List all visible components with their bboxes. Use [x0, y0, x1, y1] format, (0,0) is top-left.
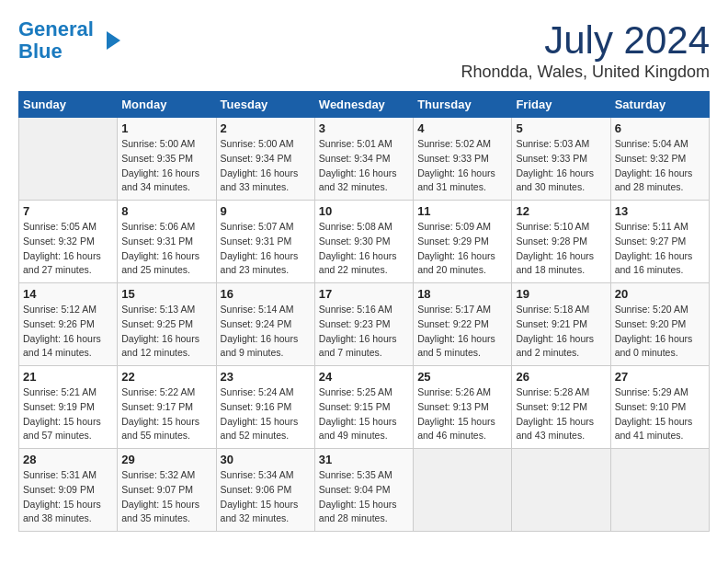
day-number: 21 — [23, 370, 113, 384]
calendar-cell: 17Sunrise: 5:16 AMSunset: 9:23 PMDayligh… — [314, 283, 413, 366]
calendar-cell: 26Sunrise: 5:28 AMSunset: 9:12 PMDayligh… — [512, 366, 610, 449]
calendar-cell: 21Sunrise: 5:21 AMSunset: 9:19 PMDayligh… — [19, 366, 118, 449]
day-number: 19 — [516, 287, 606, 301]
calendar-cell: 22Sunrise: 5:22 AMSunset: 9:17 PMDayligh… — [118, 366, 216, 449]
day-number: 17 — [319, 287, 409, 301]
calendar-cell: 11Sunrise: 5:09 AMSunset: 9:29 PMDayligh… — [414, 201, 512, 283]
day-info: Sunrise: 5:20 AMSunset: 9:20 PMDaylight:… — [615, 303, 705, 361]
day-number: 29 — [121, 453, 211, 466]
calendar-table: SundayMondayTuesdayWednesdayThursdayFrid… — [18, 91, 710, 532]
header-wednesday: Wednesday — [314, 92, 413, 118]
day-info: Sunrise: 5:21 AMSunset: 9:19 PMDaylight:… — [23, 385, 113, 443]
day-number: 5 — [516, 121, 606, 135]
header-tuesday: Tuesday — [216, 92, 314, 118]
week-row-3: 14Sunrise: 5:12 AMSunset: 9:26 PMDayligh… — [19, 283, 710, 366]
day-info: Sunrise: 5:25 AMSunset: 9:15 PMDaylight:… — [319, 385, 409, 443]
page-header: GeneralBlue July 2024 Rhondda, Wales, Un… — [18, 18, 710, 82]
day-info: Sunrise: 5:26 AMSunset: 9:13 PMDaylight:… — [417, 385, 507, 443]
month-title: July 2024 — [461, 18, 710, 63]
calendar-cell: 30Sunrise: 5:34 AMSunset: 9:06 PMDayligh… — [216, 449, 314, 532]
day-number: 23 — [221, 370, 311, 384]
week-row-4: 21Sunrise: 5:21 AMSunset: 9:19 PMDayligh… — [19, 366, 710, 449]
calendar-header-row: SundayMondayTuesdayWednesdayThursdayFrid… — [19, 92, 710, 118]
day-info: Sunrise: 5:04 AMSunset: 9:32 PMDaylight:… — [615, 137, 705, 195]
calendar-cell: 31Sunrise: 5:35 AMSunset: 9:04 PMDayligh… — [314, 449, 413, 532]
svg-marker-0 — [107, 31, 120, 50]
calendar-cell: 3Sunrise: 5:01 AMSunset: 9:34 PMDaylight… — [314, 118, 413, 201]
day-info: Sunrise: 5:31 AMSunset: 9:09 PMDaylight:… — [23, 468, 113, 526]
day-info: Sunrise: 5:00 AMSunset: 9:34 PMDaylight:… — [221, 137, 311, 195]
day-number: 1 — [121, 121, 211, 135]
calendar-cell: 9Sunrise: 5:07 AMSunset: 9:31 PMDaylight… — [216, 201, 314, 283]
day-number: 30 — [221, 453, 311, 466]
day-number: 15 — [121, 287, 211, 301]
calendar-cell: 23Sunrise: 5:24 AMSunset: 9:16 PMDayligh… — [216, 366, 314, 449]
calendar-cell: 2Sunrise: 5:00 AMSunset: 9:34 PMDaylight… — [216, 118, 314, 201]
day-number: 26 — [516, 370, 606, 384]
day-number: 22 — [121, 370, 211, 384]
calendar-cell — [512, 449, 610, 532]
week-row-2: 7Sunrise: 5:05 AMSunset: 9:32 PMDaylight… — [19, 201, 710, 283]
day-number: 6 — [615, 121, 705, 135]
day-info: Sunrise: 5:05 AMSunset: 9:32 PMDaylight:… — [23, 220, 113, 278]
day-number: 4 — [417, 121, 507, 135]
calendar-cell: 20Sunrise: 5:20 AMSunset: 9:20 PMDayligh… — [610, 283, 709, 366]
day-info: Sunrise: 5:03 AMSunset: 9:33 PMDaylight:… — [516, 137, 606, 195]
day-number: 25 — [417, 370, 507, 384]
day-info: Sunrise: 5:13 AMSunset: 9:25 PMDaylight:… — [121, 303, 211, 361]
day-number: 7 — [23, 204, 113, 218]
day-number: 27 — [615, 370, 705, 384]
day-number: 31 — [319, 453, 409, 466]
logo-text: GeneralBlue — [18, 18, 94, 63]
week-row-5: 28Sunrise: 5:31 AMSunset: 9:09 PMDayligh… — [19, 449, 710, 532]
day-info: Sunrise: 5:10 AMSunset: 9:28 PMDaylight:… — [516, 220, 606, 278]
day-info: Sunrise: 5:32 AMSunset: 9:07 PMDaylight:… — [121, 468, 211, 526]
calendar-cell: 27Sunrise: 5:29 AMSunset: 9:10 PMDayligh… — [610, 366, 709, 449]
header-thursday: Thursday — [414, 92, 512, 118]
day-number: 3 — [319, 121, 409, 135]
day-number: 10 — [319, 204, 409, 218]
header-sunday: Sunday — [19, 92, 118, 118]
day-info: Sunrise: 5:22 AMSunset: 9:17 PMDaylight:… — [121, 385, 211, 443]
calendar-cell: 6Sunrise: 5:04 AMSunset: 9:32 PMDaylight… — [610, 118, 709, 201]
location-title: Rhondda, Wales, United Kingdom — [461, 63, 710, 82]
day-info: Sunrise: 5:09 AMSunset: 9:29 PMDaylight:… — [417, 220, 507, 278]
calendar-cell: 29Sunrise: 5:32 AMSunset: 9:07 PMDayligh… — [118, 449, 216, 532]
day-info: Sunrise: 5:18 AMSunset: 9:21 PMDaylight:… — [516, 303, 606, 361]
calendar-cell: 12Sunrise: 5:10 AMSunset: 9:28 PMDayligh… — [512, 201, 610, 283]
calendar-cell — [19, 118, 118, 201]
logo: GeneralBlue — [18, 18, 125, 63]
calendar-cell: 25Sunrise: 5:26 AMSunset: 9:13 PMDayligh… — [414, 366, 512, 449]
day-number: 11 — [417, 204, 507, 218]
calendar-cell: 4Sunrise: 5:02 AMSunset: 9:33 PMDaylight… — [414, 118, 512, 201]
day-info: Sunrise: 5:24 AMSunset: 9:16 PMDaylight:… — [221, 385, 311, 443]
day-info: Sunrise: 5:12 AMSunset: 9:26 PMDaylight:… — [23, 303, 113, 361]
day-number: 2 — [221, 121, 311, 135]
day-number: 14 — [23, 287, 113, 301]
logo-icon — [97, 27, 125, 54]
header-saturday: Saturday — [610, 92, 709, 118]
day-info: Sunrise: 5:34 AMSunset: 9:06 PMDaylight:… — [221, 468, 311, 526]
calendar-cell: 19Sunrise: 5:18 AMSunset: 9:21 PMDayligh… — [512, 283, 610, 366]
calendar-cell: 28Sunrise: 5:31 AMSunset: 9:09 PMDayligh… — [19, 449, 118, 532]
calendar-cell: 18Sunrise: 5:17 AMSunset: 9:22 PMDayligh… — [414, 283, 512, 366]
calendar-cell: 13Sunrise: 5:11 AMSunset: 9:27 PMDayligh… — [610, 201, 709, 283]
day-info: Sunrise: 5:16 AMSunset: 9:23 PMDaylight:… — [319, 303, 409, 361]
day-info: Sunrise: 5:02 AMSunset: 9:33 PMDaylight:… — [417, 137, 507, 195]
calendar-cell — [610, 449, 709, 532]
header-monday: Monday — [118, 92, 216, 118]
day-info: Sunrise: 5:35 AMSunset: 9:04 PMDaylight:… — [319, 468, 409, 526]
calendar-cell: 5Sunrise: 5:03 AMSunset: 9:33 PMDaylight… — [512, 118, 610, 201]
title-area: July 2024 Rhondda, Wales, United Kingdom — [461, 18, 710, 82]
week-row-1: 1Sunrise: 5:00 AMSunset: 9:35 PMDaylight… — [19, 118, 710, 201]
day-info: Sunrise: 5:08 AMSunset: 9:30 PMDaylight:… — [319, 220, 409, 278]
day-number: 12 — [516, 204, 606, 218]
day-number: 13 — [615, 204, 705, 218]
header-friday: Friday — [512, 92, 610, 118]
day-number: 8 — [121, 204, 211, 218]
day-number: 28 — [23, 453, 113, 466]
day-info: Sunrise: 5:28 AMSunset: 9:12 PMDaylight:… — [516, 385, 606, 443]
calendar-cell: 15Sunrise: 5:13 AMSunset: 9:25 PMDayligh… — [118, 283, 216, 366]
calendar-cell — [414, 449, 512, 532]
day-info: Sunrise: 5:01 AMSunset: 9:34 PMDaylight:… — [319, 137, 409, 195]
